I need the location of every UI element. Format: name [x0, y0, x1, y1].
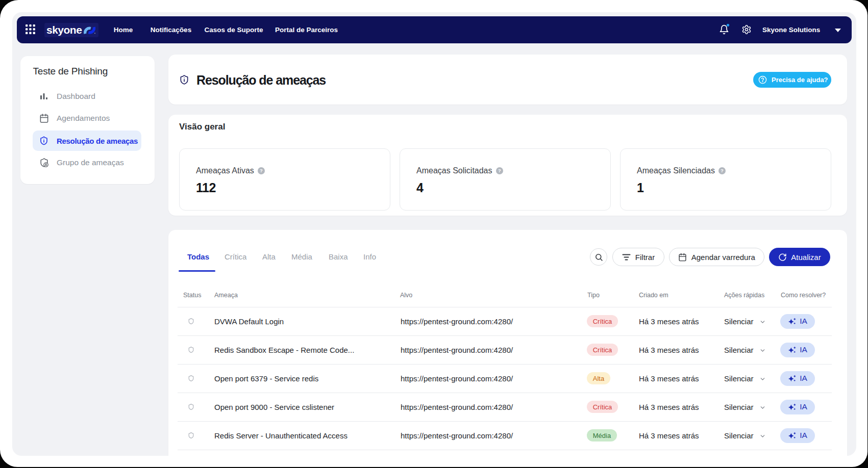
svg-text:?: ? — [721, 168, 724, 173]
svg-text:?: ? — [498, 168, 501, 173]
svg-text:?: ? — [260, 168, 263, 173]
